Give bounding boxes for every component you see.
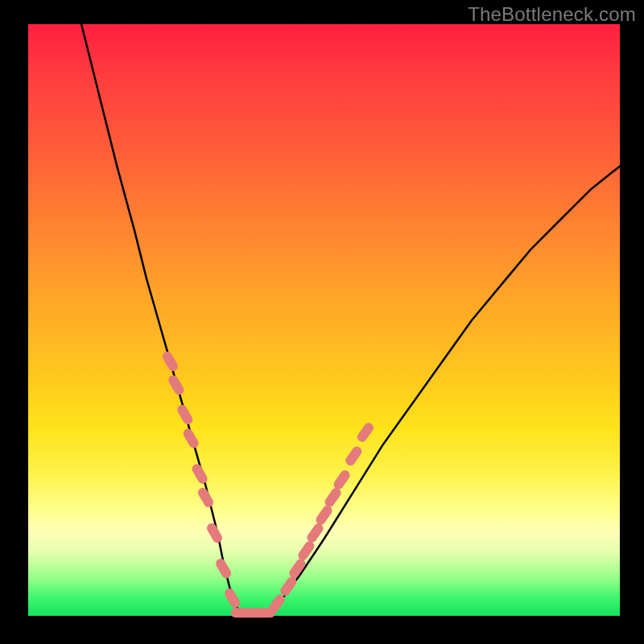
- curve-marker: [356, 421, 376, 444]
- curve-marker: [332, 469, 352, 491]
- curve-marker: [196, 486, 215, 510]
- curve-marker: [190, 462, 208, 485]
- curve-marker: [175, 403, 194, 427]
- chart-frame: TheBottleneck.com: [0, 0, 644, 644]
- curve-marker: [167, 374, 185, 397]
- curve-marker: [205, 522, 224, 545]
- curve-marker: [181, 427, 200, 450]
- plot-area: [28, 24, 620, 616]
- curve-marker: [161, 350, 180, 374]
- curve-marker: [323, 486, 343, 509]
- curve-marker: [314, 504, 334, 526]
- bottleneck-curve-path: [81, 24, 620, 616]
- marker-layer: [161, 350, 376, 618]
- curve-marker: [296, 539, 316, 562]
- curve-marker: [279, 575, 299, 597]
- bottleneck-curve-svg: [28, 24, 620, 616]
- curve-marker: [223, 587, 242, 610]
- watermark-text: TheBottleneck.com: [468, 3, 636, 26]
- curve-layer: [81, 24, 620, 616]
- curve-marker: [344, 444, 364, 467]
- curve-marker: [214, 557, 233, 580]
